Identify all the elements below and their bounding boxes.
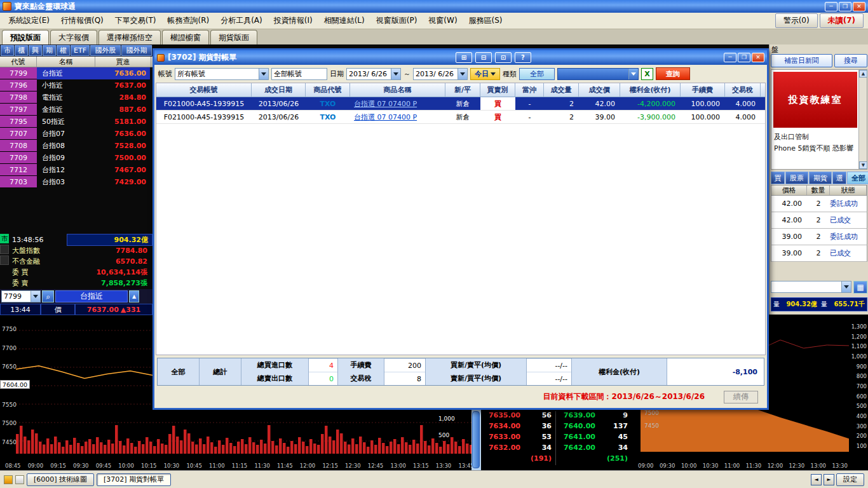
market-tab[interactable]: 期 xyxy=(43,45,56,56)
layout-tab-warrants[interactable]: 權證櫥窗 xyxy=(162,30,209,44)
market-tab[interactable]: 市 xyxy=(1,45,14,56)
scrollbar-thumb[interactable] xyxy=(472,411,480,468)
statement-column-header[interactable]: 成交日期 xyxy=(252,83,306,97)
menu-item[interactable]: 分析工具(A) xyxy=(215,13,268,29)
dialog-titlebar[interactable]: [3702] 期貨對帳單 ⊞ ⊟ ⊡ ? ─ ❐ ✕ xyxy=(154,50,767,65)
unread-button[interactable]: 未讀(7) xyxy=(820,13,864,28)
tile-button-1[interactable]: ⊞ xyxy=(456,52,472,63)
statement-column-header[interactable]: 商品名稱 xyxy=(350,83,445,97)
side-tab-2[interactable] xyxy=(0,245,9,254)
menu-item[interactable]: 系統設定(E) xyxy=(3,13,55,29)
market-tab[interactable]: ETF xyxy=(71,45,90,56)
settings-button[interactable]: 設定 xyxy=(836,473,864,486)
order-row[interactable]: 39.002委託成功 xyxy=(771,229,867,245)
side-tab-3[interactable] xyxy=(0,255,9,265)
symbol-search-button[interactable]: ⌕ xyxy=(42,290,54,302)
market-tab[interactable]: 興 xyxy=(29,45,42,56)
chevron-down-icon[interactable] xyxy=(259,69,268,79)
layout-tab-bigquote[interactable]: 大字報價 xyxy=(50,30,97,44)
type-select[interactable] xyxy=(557,68,639,80)
statement-row[interactable]: F021000-A45-1939915 2013/06/26 TXO 台指選 0… xyxy=(156,111,765,124)
statement-column-header[interactable]: 交易帳號 xyxy=(156,83,252,97)
statement-column-header[interactable]: 新/平 xyxy=(445,83,480,97)
layout-tab-futures[interactable]: 期貨版面 xyxy=(210,30,257,44)
statement-column-header[interactable]: 手續費 xyxy=(681,83,725,97)
quote-row[interactable]: 7799台指近7636.00 xyxy=(0,67,153,79)
order-row[interactable]: 42.002已成交 xyxy=(771,212,867,229)
order-filter-tab[interactable]: 買 xyxy=(771,172,785,184)
menu-item[interactable]: 下單交易(T) xyxy=(109,13,162,29)
depth-row[interactable]: 7633.00537641.0045 xyxy=(481,433,635,444)
news-headline[interactable]: Phone 5銷貨不順 恐影響 xyxy=(774,144,853,153)
menu-item[interactable]: 投資情報(I) xyxy=(268,13,318,29)
scroll-down-icon[interactable]: ▼ xyxy=(859,161,867,169)
quote-row[interactable]: 7707台指077636.00 xyxy=(0,128,153,140)
menu-item[interactable]: 帳務查詢(R) xyxy=(161,13,215,29)
resume-button[interactable]: 續傳 xyxy=(724,391,758,403)
order-filter-tab[interactable]: 股票 xyxy=(785,172,808,184)
chevron-down-icon[interactable] xyxy=(391,69,400,79)
query-button[interactable]: 查詢 xyxy=(656,67,690,80)
quick-panel-button[interactable]: ▦ xyxy=(853,281,867,294)
statement-column-header[interactable]: 商品代號 xyxy=(306,83,350,97)
statement-column-header[interactable]: 買賣別 xyxy=(480,83,515,97)
dialog-help-button[interactable]: ? xyxy=(515,52,531,63)
order-row[interactable]: 42.002委託成功 xyxy=(771,196,867,212)
account-input[interactable] xyxy=(271,68,327,80)
order-filter-tab[interactable]: 選 xyxy=(832,172,846,184)
statement-column-header[interactable]: 權利金(收付) xyxy=(620,83,681,97)
panel-scrollbar[interactable] xyxy=(471,410,481,470)
layout-tab-options[interactable]: 選擇權孫悟空 xyxy=(98,30,161,44)
menu-item[interactable]: 服務區(S) xyxy=(463,13,508,29)
menu-item[interactable]: 相關連結(L) xyxy=(318,13,370,29)
ad-banner[interactable]: 投資教練室 xyxy=(773,72,857,128)
market-tab[interactable]: 權 xyxy=(57,45,70,56)
date-from-select[interactable]: 2013/ 6/26 xyxy=(346,68,401,80)
quote-row[interactable]: 7708台指087528.00 xyxy=(0,140,153,152)
depth-row[interactable]: 7632.00347642.0034 xyxy=(481,444,635,454)
dialog-maximize-button[interactable]: ❐ xyxy=(738,53,750,62)
order-row[interactable]: 39.002已成交 xyxy=(771,245,867,262)
quote-row[interactable]: 7796小指近7637.00 xyxy=(0,79,153,92)
taskbar-window-chart[interactable]: [6000] 技術線圖 xyxy=(27,473,94,486)
symbol-code-combobox[interactable]: 7799 xyxy=(1,290,41,302)
maximize-button[interactable]: ❐ xyxy=(839,2,851,11)
chevron-down-icon[interactable] xyxy=(841,281,851,292)
close-button[interactable]: ✕ xyxy=(853,2,865,11)
tile-button-2[interactable]: ⊟ xyxy=(475,52,492,63)
quote-row[interactable]: 7712台指127467.00 xyxy=(0,164,153,176)
depth-row[interactable]: 7634.00367640.00137 xyxy=(481,422,635,433)
date-to-select[interactable]: 2013/ 6/26 xyxy=(413,68,468,80)
menu-item[interactable]: 視窗(W) xyxy=(423,13,463,29)
side-tab-market[interactable]: 市 xyxy=(0,234,9,243)
quote-row[interactable]: 7703台指037429.00 xyxy=(0,176,153,188)
chevron-down-icon[interactable] xyxy=(458,69,467,79)
market-tab[interactable]: 櫃 xyxy=(15,45,28,56)
cell-product-link[interactable]: 台指選 07 07400 P xyxy=(350,97,445,110)
market-tab[interactable]: 國外股 xyxy=(90,45,121,56)
cell-product-link[interactable]: 台指選 07 07400 P xyxy=(350,111,445,123)
search-button[interactable]: 搜尋 xyxy=(834,54,867,67)
chevron-down-icon[interactable] xyxy=(31,291,40,302)
statement-column-header[interactable]: 當沖 xyxy=(515,83,544,97)
tile-button-3[interactable]: ⊡ xyxy=(495,52,512,63)
statement-row[interactable]: F021000-A45-1939915 2013/06/26 TXO 台指選 0… xyxy=(156,97,765,111)
quote-row[interactable]: 7798電指近284.80 xyxy=(0,92,153,104)
statement-column-header[interactable]: 成交價 xyxy=(579,83,620,97)
layout-tab-default[interactable]: 預設版面 xyxy=(2,30,49,44)
scroll-right-icon[interactable]: ► xyxy=(824,474,834,485)
news-headline[interactable]: 及出口管制 xyxy=(774,132,809,142)
chevron-down-icon[interactable] xyxy=(628,69,638,79)
fetch-news-button[interactable]: 補當日新聞 xyxy=(771,54,832,67)
quote-row[interactable]: 779550指近5181.00 xyxy=(0,116,153,128)
quote-row[interactable]: 7709台指097500.00 xyxy=(0,152,153,164)
statement-column-header[interactable]: 交易稅 xyxy=(725,83,761,97)
minimize-button[interactable]: ─ xyxy=(825,2,837,11)
dialog-minimize-button[interactable]: ─ xyxy=(724,53,736,62)
type-all-button[interactable]: 全部 xyxy=(519,68,555,80)
symbol-up-button[interactable]: ▲ xyxy=(129,290,139,302)
taskbar-app-icon[interactable] xyxy=(4,475,13,484)
today-button[interactable]: 今日 xyxy=(470,68,500,80)
market-tab[interactable]: 國外期 xyxy=(121,45,152,56)
dialog-close-button[interactable]: ✕ xyxy=(752,53,764,62)
